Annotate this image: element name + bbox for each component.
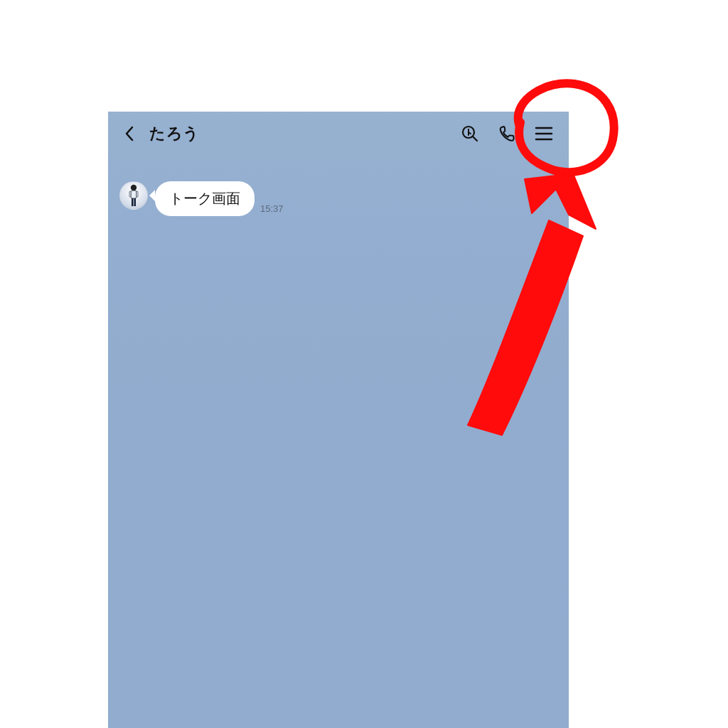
phone-icon <box>498 124 516 143</box>
chat-screen: たろう <box>108 112 569 728</box>
chat-header: たろう <box>108 112 569 156</box>
bubble-wrap: トーク画面 15:37 <box>155 181 284 216</box>
hamburger-menu-icon <box>535 126 553 141</box>
message-bubble[interactable]: トーク画面 <box>155 181 255 216</box>
svg-rect-9 <box>132 198 134 206</box>
svg-point-7 <box>131 185 136 191</box>
message-timestamp: 15:37 <box>260 203 284 216</box>
search-icon <box>461 124 479 143</box>
menu-button[interactable] <box>528 117 560 150</box>
svg-rect-11 <box>129 191 131 197</box>
call-button[interactable] <box>491 117 523 150</box>
search-button[interactable] <box>454 117 486 150</box>
messages-area[interactable]: トーク画面 15:37 <box>108 156 569 216</box>
svg-rect-8 <box>131 191 136 198</box>
chat-title: たろう <box>149 123 200 144</box>
chevron-left-icon <box>124 125 135 142</box>
avatar[interactable] <box>119 181 148 210</box>
svg-line-1 <box>473 137 478 141</box>
message-row: トーク画面 15:37 <box>119 181 557 216</box>
avatar-figure-icon <box>124 183 143 208</box>
svg-rect-10 <box>134 198 136 206</box>
back-button[interactable] <box>117 121 142 146</box>
svg-rect-12 <box>136 191 138 197</box>
message-text: トーク画面 <box>169 191 240 206</box>
